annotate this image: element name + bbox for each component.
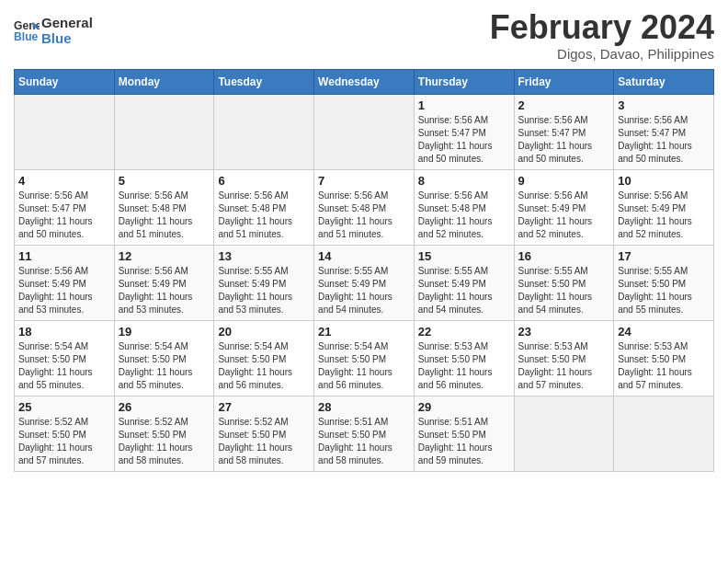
calendar-cell: 12Sunrise: 5:56 AM Sunset: 5:49 PM Dayli… xyxy=(114,245,214,320)
calendar-cell: 27Sunrise: 5:52 AM Sunset: 5:50 PM Dayli… xyxy=(214,396,314,471)
svg-text:Blue: Blue xyxy=(14,30,39,43)
calendar-cell xyxy=(214,94,314,169)
day-info: Sunrise: 5:52 AM Sunset: 5:50 PM Dayligh… xyxy=(218,416,310,467)
day-info: Sunrise: 5:54 AM Sunset: 5:50 PM Dayligh… xyxy=(119,340,210,392)
calendar-week-3: 11Sunrise: 5:56 AM Sunset: 5:49 PM Dayli… xyxy=(15,245,714,320)
calendar-cell: 23Sunrise: 5:53 AM Sunset: 5:50 PM Dayli… xyxy=(514,320,614,396)
calendar-cell: 7Sunrise: 5:56 AM Sunset: 5:48 PM Daylig… xyxy=(314,169,415,245)
day-number: 13 xyxy=(218,249,310,263)
day-number: 12 xyxy=(119,249,210,263)
day-number: 17 xyxy=(618,249,710,263)
calendar-cell: 13Sunrise: 5:55 AM Sunset: 5:49 PM Dayli… xyxy=(214,245,314,320)
calendar-week-5: 25Sunrise: 5:52 AM Sunset: 5:50 PM Dayli… xyxy=(15,396,714,471)
day-number: 27 xyxy=(218,400,310,414)
day-info: Sunrise: 5:56 AM Sunset: 5:48 PM Dayligh… xyxy=(318,190,410,241)
day-info: Sunrise: 5:56 AM Sunset: 5:49 PM Dayligh… xyxy=(18,265,110,316)
calendar-cell: 9Sunrise: 5:56 AM Sunset: 5:49 PM Daylig… xyxy=(514,169,614,245)
calendar-cell: 18Sunrise: 5:54 AM Sunset: 5:50 PM Dayli… xyxy=(15,320,115,396)
day-number: 7 xyxy=(318,174,410,188)
calendar-week-4: 18Sunrise: 5:54 AM Sunset: 5:50 PM Dayli… xyxy=(15,320,714,396)
calendar-cell: 25Sunrise: 5:52 AM Sunset: 5:50 PM Dayli… xyxy=(15,396,115,471)
day-info: Sunrise: 5:56 AM Sunset: 5:47 PM Dayligh… xyxy=(418,114,510,166)
day-info: Sunrise: 5:51 AM Sunset: 5:50 PM Dayligh… xyxy=(418,416,510,467)
day-number: 4 xyxy=(18,174,110,188)
calendar-cell: 1Sunrise: 5:56 AM Sunset: 5:47 PM Daylig… xyxy=(414,94,514,169)
day-number: 15 xyxy=(418,249,510,263)
calendar-cell: 21Sunrise: 5:54 AM Sunset: 5:50 PM Dayli… xyxy=(314,320,415,396)
day-number: 28 xyxy=(318,400,410,414)
calendar-cell: 14Sunrise: 5:55 AM Sunset: 5:49 PM Dayli… xyxy=(314,245,415,320)
day-number: 21 xyxy=(318,325,410,339)
calendar-cell: 4Sunrise: 5:56 AM Sunset: 5:47 PM Daylig… xyxy=(15,169,115,245)
day-info: Sunrise: 5:54 AM Sunset: 5:50 PM Dayligh… xyxy=(18,340,110,392)
calendar-cell: 5Sunrise: 5:56 AM Sunset: 5:48 PM Daylig… xyxy=(114,169,214,245)
day-info: Sunrise: 5:55 AM Sunset: 5:50 PM Dayligh… xyxy=(518,265,610,316)
day-info: Sunrise: 5:56 AM Sunset: 5:48 PM Dayligh… xyxy=(119,190,210,241)
day-info: Sunrise: 5:53 AM Sunset: 5:50 PM Dayligh… xyxy=(618,340,710,392)
calendar-body: 1Sunrise: 5:56 AM Sunset: 5:47 PM Daylig… xyxy=(15,94,714,471)
day-number: 24 xyxy=(618,325,710,339)
day-number: 8 xyxy=(418,174,510,188)
header-cell-tuesday: Tuesday xyxy=(214,69,314,94)
day-info: Sunrise: 5:56 AM Sunset: 5:47 PM Dayligh… xyxy=(518,114,610,166)
day-info: Sunrise: 5:56 AM Sunset: 5:47 PM Dayligh… xyxy=(18,190,110,241)
day-info: Sunrise: 5:56 AM Sunset: 5:49 PM Dayligh… xyxy=(119,265,210,316)
calendar-cell: 15Sunrise: 5:55 AM Sunset: 5:49 PM Dayli… xyxy=(414,245,514,320)
day-number: 26 xyxy=(119,400,210,414)
day-number: 20 xyxy=(218,325,310,339)
logo: General Blue General Blue xyxy=(14,15,93,46)
calendar-cell: 26Sunrise: 5:52 AM Sunset: 5:50 PM Dayli… xyxy=(114,396,214,471)
calendar-week-1: 1Sunrise: 5:56 AM Sunset: 5:47 PM Daylig… xyxy=(15,94,714,169)
calendar-cell: 29Sunrise: 5:51 AM Sunset: 5:50 PM Dayli… xyxy=(414,396,514,471)
calendar-table: SundayMondayTuesdayWednesdayThursdayFrid… xyxy=(14,69,714,472)
calendar-cell: 8Sunrise: 5:56 AM Sunset: 5:48 PM Daylig… xyxy=(414,169,514,245)
calendar-cell: 28Sunrise: 5:51 AM Sunset: 5:50 PM Dayli… xyxy=(314,396,415,471)
calendar-cell xyxy=(514,396,614,471)
calendar-cell: 3Sunrise: 5:56 AM Sunset: 5:47 PM Daylig… xyxy=(614,94,714,169)
calendar-cell xyxy=(614,396,714,471)
header-cell-monday: Monday xyxy=(114,69,214,94)
day-number: 29 xyxy=(418,400,510,414)
calendar-cell: 19Sunrise: 5:54 AM Sunset: 5:50 PM Dayli… xyxy=(114,320,214,396)
day-info: Sunrise: 5:55 AM Sunset: 5:49 PM Dayligh… xyxy=(318,265,410,316)
calendar-cell: 11Sunrise: 5:56 AM Sunset: 5:49 PM Dayli… xyxy=(15,245,115,320)
calendar-cell: 6Sunrise: 5:56 AM Sunset: 5:48 PM Daylig… xyxy=(214,169,314,245)
day-info: Sunrise: 5:55 AM Sunset: 5:49 PM Dayligh… xyxy=(218,265,310,316)
day-number: 9 xyxy=(518,174,610,188)
day-info: Sunrise: 5:54 AM Sunset: 5:50 PM Dayligh… xyxy=(318,340,410,392)
title-block: February 2024 Digos, Davao, Philippines xyxy=(490,9,714,62)
logo-line1: General xyxy=(41,15,93,30)
day-info: Sunrise: 5:55 AM Sunset: 5:49 PM Dayligh… xyxy=(418,265,510,316)
day-number: 14 xyxy=(318,249,410,263)
header-cell-friday: Friday xyxy=(514,69,614,94)
main-title: February 2024 xyxy=(490,9,714,46)
day-number: 18 xyxy=(18,325,110,339)
day-number: 5 xyxy=(119,174,210,188)
day-info: Sunrise: 5:56 AM Sunset: 5:49 PM Dayligh… xyxy=(618,190,710,241)
day-info: Sunrise: 5:52 AM Sunset: 5:50 PM Dayligh… xyxy=(18,416,110,467)
header-cell-thursday: Thursday xyxy=(414,69,514,94)
calendar-cell: 22Sunrise: 5:53 AM Sunset: 5:50 PM Dayli… xyxy=(414,320,514,396)
day-number: 3 xyxy=(618,98,710,112)
header: General Blue General Blue February 2024 … xyxy=(14,9,714,62)
day-number: 10 xyxy=(618,174,710,188)
calendar-cell: 20Sunrise: 5:54 AM Sunset: 5:50 PM Dayli… xyxy=(214,320,314,396)
day-info: Sunrise: 5:54 AM Sunset: 5:50 PM Dayligh… xyxy=(218,340,310,392)
day-info: Sunrise: 5:51 AM Sunset: 5:50 PM Dayligh… xyxy=(318,416,410,467)
calendar-cell xyxy=(114,94,214,169)
header-cell-sunday: Sunday xyxy=(15,69,115,94)
day-number: 25 xyxy=(18,400,110,414)
day-info: Sunrise: 5:56 AM Sunset: 5:47 PM Dayligh… xyxy=(618,114,710,166)
day-number: 16 xyxy=(518,249,610,263)
calendar-cell xyxy=(15,94,115,169)
logo-icon: General Blue xyxy=(14,17,40,43)
day-info: Sunrise: 5:56 AM Sunset: 5:49 PM Dayligh… xyxy=(518,190,610,241)
day-number: 6 xyxy=(218,174,310,188)
day-number: 23 xyxy=(518,325,610,339)
header-cell-saturday: Saturday xyxy=(614,69,714,94)
calendar-cell: 16Sunrise: 5:55 AM Sunset: 5:50 PM Dayli… xyxy=(514,245,614,320)
day-number: 19 xyxy=(119,325,210,339)
calendar-cell: 2Sunrise: 5:56 AM Sunset: 5:47 PM Daylig… xyxy=(514,94,614,169)
day-info: Sunrise: 5:53 AM Sunset: 5:50 PM Dayligh… xyxy=(418,340,510,392)
day-info: Sunrise: 5:56 AM Sunset: 5:48 PM Dayligh… xyxy=(418,190,510,241)
